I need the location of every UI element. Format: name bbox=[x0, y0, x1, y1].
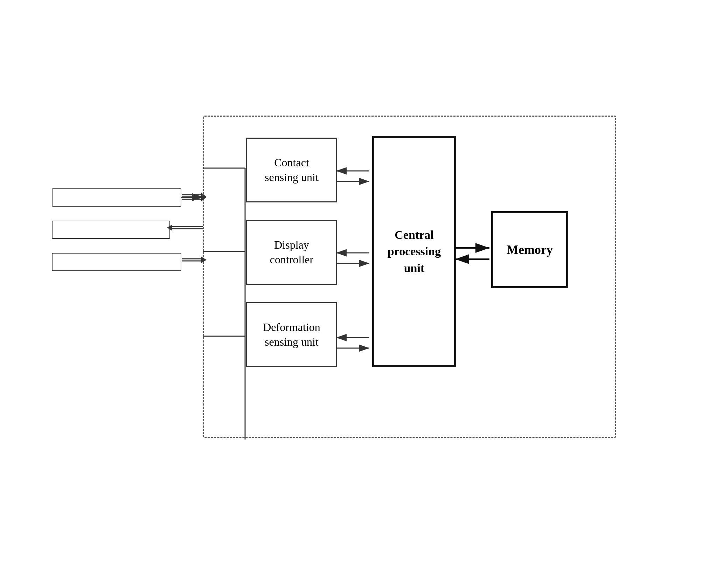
bar-20 bbox=[52, 188, 181, 207]
bar-10 bbox=[52, 221, 170, 239]
bar-30 bbox=[52, 253, 181, 271]
cpu-box: Centralprocessingunit bbox=[372, 136, 456, 367]
memory-box: Memory bbox=[491, 211, 568, 288]
contact-sensing-unit: Contactsensing unit bbox=[246, 138, 337, 202]
display-controller: Displaycontroller bbox=[246, 220, 337, 285]
main-container: Contactsensing unit Displaycontroller De… bbox=[203, 116, 616, 438]
deformation-sensing-unit: Deformationsensing unit bbox=[246, 302, 337, 367]
